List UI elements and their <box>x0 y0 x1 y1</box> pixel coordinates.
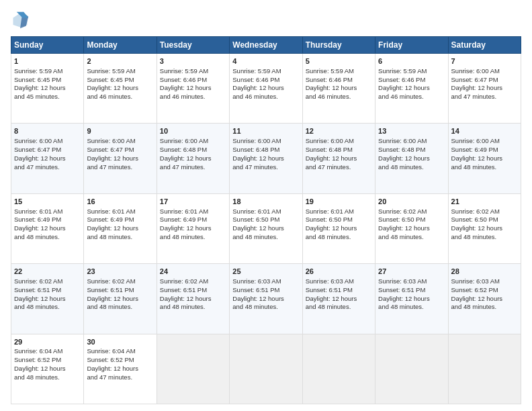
calendar-week-3: 15Sunrise: 6:01 AMSunset: 6:49 PMDayligh… <box>11 193 521 263</box>
day-info: Sunset: 6:51 PM <box>160 286 226 295</box>
day-info: Sunset: 6:46 PM <box>306 76 372 85</box>
day-info: Sunrise: 6:02 AM <box>14 277 81 286</box>
day-info: Sunset: 6:52 PM <box>451 286 518 295</box>
day-info: and 48 minutes. <box>87 303 153 312</box>
day-info: Daylight: 12 hours <box>160 154 226 163</box>
day-info: Sunset: 6:50 PM <box>232 216 299 224</box>
day-info: and 48 minutes. <box>378 163 445 172</box>
header <box>11 11 521 30</box>
day-info: Daylight: 12 hours <box>451 84 518 93</box>
day-info: and 47 minutes. <box>306 163 372 172</box>
day-number: 20 <box>378 197 445 207</box>
calendar-header-monday: Monday <box>84 37 157 54</box>
day-info: Sunrise: 6:00 AM <box>306 137 372 146</box>
day-info: and 46 minutes. <box>160 93 226 101</box>
day-info: Daylight: 12 hours <box>14 84 81 93</box>
day-info: Sunrise: 6:01 AM <box>232 208 299 216</box>
calendar-header-sunday: Sunday <box>11 37 84 54</box>
calendar-cell: 6Sunrise: 5:59 AMSunset: 6:46 PMDaylight… <box>375 54 448 124</box>
day-number: 22 <box>14 267 81 277</box>
day-number: 9 <box>87 126 153 136</box>
day-number: 4 <box>232 56 299 66</box>
calendar-cell: 10Sunrise: 6:00 AMSunset: 6:48 PMDayligh… <box>157 124 229 193</box>
day-info: Sunrise: 5:59 AM <box>232 67 299 76</box>
day-info: Sunrise: 6:02 AM <box>87 277 153 286</box>
calendar-cell <box>302 334 375 404</box>
day-number: 18 <box>232 197 299 207</box>
day-number: 5 <box>306 56 372 66</box>
day-info: Daylight: 12 hours <box>451 154 518 163</box>
day-info: and 48 minutes. <box>232 233 299 242</box>
calendar-cell: 1Sunrise: 5:59 AMSunset: 6:45 PMDaylight… <box>11 54 84 124</box>
day-number: 7 <box>451 56 518 66</box>
day-number: 25 <box>232 267 299 277</box>
day-info: Daylight: 12 hours <box>87 154 153 163</box>
day-number: 30 <box>87 337 153 347</box>
day-info: Sunset: 6:48 PM <box>160 146 226 154</box>
day-info: and 46 minutes. <box>87 93 153 101</box>
day-info: Daylight: 12 hours <box>160 224 226 233</box>
calendar-cell: 4Sunrise: 5:59 AMSunset: 6:46 PMDaylight… <box>230 54 302 124</box>
calendar-cell: 8Sunrise: 6:00 AMSunset: 6:47 PMDaylight… <box>11 124 84 193</box>
day-info: and 47 minutes. <box>451 93 518 101</box>
day-number: 6 <box>378 56 445 66</box>
day-info: Sunrise: 6:01 AM <box>14 208 81 216</box>
day-number: 13 <box>378 126 445 136</box>
day-info: and 48 minutes. <box>378 233 445 242</box>
calendar-cell: 22Sunrise: 6:02 AMSunset: 6:51 PMDayligh… <box>11 264 84 334</box>
day-info: Sunset: 6:46 PM <box>232 76 299 85</box>
day-number: 15 <box>14 197 81 207</box>
day-number: 17 <box>160 197 226 207</box>
calendar-week-4: 22Sunrise: 6:02 AMSunset: 6:51 PMDayligh… <box>11 264 521 334</box>
calendar-cell: 12Sunrise: 6:00 AMSunset: 6:48 PMDayligh… <box>302 124 375 193</box>
calendar-cell: 19Sunrise: 6:01 AMSunset: 6:50 PMDayligh… <box>302 193 375 263</box>
calendar-table: SundayMondayTuesdayWednesdayThursdayFrid… <box>11 36 521 404</box>
day-info: and 48 minutes. <box>14 233 81 242</box>
day-info: Sunset: 6:45 PM <box>87 76 153 85</box>
day-info: and 46 minutes. <box>306 93 372 101</box>
day-info: Sunrise: 5:59 AM <box>306 67 372 76</box>
calendar-cell: 17Sunrise: 6:01 AMSunset: 6:49 PMDayligh… <box>157 193 229 263</box>
calendar-header-wednesday: Wednesday <box>230 37 302 54</box>
day-info: Sunrise: 5:59 AM <box>14 67 81 76</box>
logo <box>11 11 32 30</box>
day-info: Daylight: 12 hours <box>306 84 372 93</box>
day-info: Sunset: 6:49 PM <box>451 146 518 154</box>
day-info: Daylight: 12 hours <box>14 365 81 373</box>
day-info: Daylight: 12 hours <box>378 84 445 93</box>
day-info: Sunset: 6:52 PM <box>87 356 153 365</box>
day-info: and 48 minutes. <box>14 373 81 382</box>
day-info: Sunset: 6:51 PM <box>87 286 153 295</box>
logo-icon <box>11 11 30 30</box>
day-number: 12 <box>306 126 372 136</box>
calendar-header-row: SundayMondayTuesdayWednesdayThursdayFrid… <box>11 37 521 54</box>
day-info: Daylight: 12 hours <box>87 295 153 304</box>
day-info: and 48 minutes. <box>306 233 372 242</box>
calendar-cell <box>157 334 229 404</box>
day-info: Daylight: 12 hours <box>378 154 445 163</box>
day-info: and 48 minutes. <box>87 233 153 242</box>
day-info: Daylight: 12 hours <box>160 295 226 304</box>
day-info: Sunrise: 5:59 AM <box>87 67 153 76</box>
calendar-cell: 13Sunrise: 6:00 AMSunset: 6:48 PMDayligh… <box>375 124 448 193</box>
calendar-cell: 3Sunrise: 5:59 AMSunset: 6:46 PMDaylight… <box>157 54 229 124</box>
day-info: Daylight: 12 hours <box>378 295 445 304</box>
day-info: Daylight: 12 hours <box>14 154 81 163</box>
day-info: Sunset: 6:48 PM <box>306 146 372 154</box>
day-info: Sunrise: 6:00 AM <box>87 137 153 146</box>
day-info: Sunset: 6:51 PM <box>14 286 81 295</box>
day-info: Sunset: 6:49 PM <box>14 216 81 224</box>
day-info: Daylight: 12 hours <box>232 295 299 304</box>
page: SundayMondayTuesdayWednesdayThursdayFrid… <box>0 0 532 411</box>
day-info: Daylight: 12 hours <box>14 224 81 233</box>
calendar-cell: 30Sunrise: 6:04 AMSunset: 6:52 PMDayligh… <box>84 334 157 404</box>
day-info: and 48 minutes. <box>451 163 518 172</box>
day-info: and 46 minutes. <box>378 93 445 101</box>
day-info: and 48 minutes. <box>14 303 81 312</box>
day-info: Daylight: 12 hours <box>14 295 81 304</box>
calendar-cell: 26Sunrise: 6:03 AMSunset: 6:51 PMDayligh… <box>302 264 375 334</box>
day-info: and 48 minutes. <box>451 303 518 312</box>
day-info: Sunrise: 6:00 AM <box>451 67 518 76</box>
day-info: Sunset: 6:46 PM <box>378 76 445 85</box>
day-info: and 47 minutes. <box>14 163 81 172</box>
